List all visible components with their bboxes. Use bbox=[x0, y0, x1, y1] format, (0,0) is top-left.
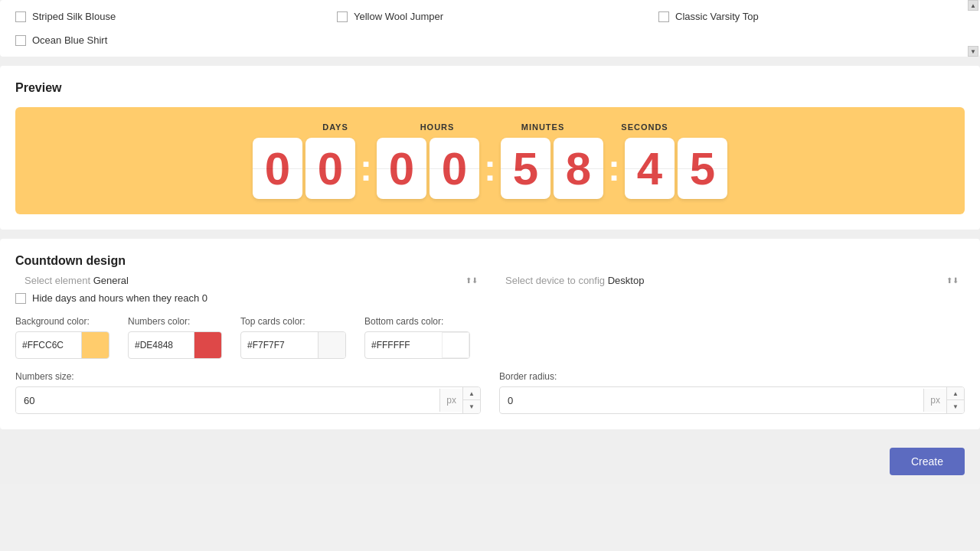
border-radius-group: px ▲ ▼ bbox=[499, 386, 965, 414]
product-label-ocean-blue-shirt: Ocean Blue Shirt bbox=[32, 34, 107, 46]
border-radius-arrows: ▲ ▼ bbox=[946, 387, 964, 413]
background-color-swatch[interactable] bbox=[81, 332, 109, 358]
preview-card: Preview DAYS HOURS MINUTES SECONDS 0 0 :… bbox=[0, 66, 980, 230]
product-item-yellow-wool-jumper: Yellow Wool Jumper bbox=[337, 8, 643, 25]
product-item-ocean-blue-shirt: Ocean Blue Shirt bbox=[15, 31, 322, 49]
digit-minutes-0: 5 bbox=[501, 138, 550, 199]
border-radius-unit: px bbox=[923, 389, 946, 412]
numbers-size-up-button[interactable]: ▲ bbox=[463, 387, 480, 400]
products-grid: Striped Silk Blouse Yellow Wool Jumper C… bbox=[15, 8, 965, 49]
border-radius-up-button[interactable]: ▲ bbox=[947, 387, 964, 400]
border-radius-field: Border radius: px ▲ ▼ bbox=[499, 371, 965, 414]
footer-bar: Create bbox=[0, 439, 980, 484]
create-button[interactable]: Create bbox=[890, 448, 965, 475]
products-card: Striped Silk Blouse Yellow Wool Jumper C… bbox=[0, 0, 980, 57]
scrollbar: ▲ ▼ bbox=[968, 0, 978, 57]
bottom-cards-color-field: Bottom cards color: bbox=[364, 316, 470, 359]
background-color-input[interactable] bbox=[16, 335, 81, 355]
scroll-down-button[interactable]: ▼ bbox=[968, 46, 978, 57]
digit-days-0: 0 bbox=[253, 138, 302, 199]
countdown-digits: 0 0 : 0 0 : 5 8 : 4 5 bbox=[253, 138, 727, 199]
bottom-cards-color-swatch[interactable] bbox=[442, 332, 469, 358]
top-cards-color-label: Top cards color: bbox=[240, 316, 346, 327]
product-label-striped-silk-blouse: Striped Silk Blouse bbox=[32, 11, 116, 22]
preview-title: Preview bbox=[15, 81, 965, 95]
numbers-color-field: Numbers color: bbox=[128, 316, 222, 359]
product-item-striped-silk-blouse: Striped Silk Blouse bbox=[15, 8, 322, 25]
numbers-size-unit: px bbox=[439, 389, 462, 412]
border-radius-label: Border radius: bbox=[499, 371, 965, 382]
numbers-color-group bbox=[128, 331, 222, 359]
numbers-size-arrows: ▲ ▼ bbox=[462, 387, 480, 413]
top-cards-color-field: Top cards color: bbox=[240, 316, 346, 359]
label-seconds: SECONDS bbox=[603, 122, 687, 132]
label-hours: HOURS bbox=[391, 122, 483, 132]
colon-minutes-seconds: : bbox=[608, 150, 620, 187]
digit-seconds-0: 4 bbox=[625, 138, 675, 199]
top-cards-color-group bbox=[240, 331, 346, 359]
design-card: Countdown design General Days Hours Minu… bbox=[0, 239, 980, 429]
colon-hours-minutes: : bbox=[484, 150, 496, 187]
digit-days-1: 0 bbox=[305, 138, 355, 199]
numbers-size-input[interactable] bbox=[16, 389, 439, 412]
digit-seconds-1: 5 bbox=[678, 138, 727, 199]
bottom-cards-color-group bbox=[364, 331, 470, 359]
numbers-color-input[interactable] bbox=[129, 335, 194, 355]
digit-minutes-1: 8 bbox=[554, 138, 603, 199]
bottom-cards-color-label: Bottom cards color: bbox=[364, 316, 470, 327]
product-label-classic-varsity-top: Classic Varsity Top bbox=[675, 11, 759, 22]
label-days: DAYS bbox=[293, 122, 377, 132]
design-title: Countdown design bbox=[15, 254, 965, 268]
numbers-size-row: Numbers size: px ▲ ▼ Border radius: px bbox=[15, 371, 965, 414]
background-color-field: Background color: bbox=[15, 316, 109, 359]
countdown-labels: DAYS HOURS MINUTES SECONDS bbox=[38, 122, 942, 132]
numbers-size-down-button[interactable]: ▼ bbox=[463, 400, 480, 413]
background-color-group bbox=[15, 331, 109, 359]
border-radius-down-button[interactable]: ▼ bbox=[947, 400, 964, 413]
colors-row: Background color: Numbers color: Top car… bbox=[15, 316, 965, 359]
colon-days-hours: : bbox=[360, 150, 372, 187]
product-checkbox-yellow-wool-jumper[interactable] bbox=[337, 11, 348, 22]
background-color-label: Background color: bbox=[15, 316, 109, 327]
product-checkbox-classic-varsity-top[interactable] bbox=[658, 11, 669, 22]
numbers-color-label: Numbers color: bbox=[128, 316, 222, 327]
product-checkbox-striped-silk-blouse[interactable] bbox=[15, 11, 26, 22]
scroll-up-button[interactable]: ▲ bbox=[968, 0, 978, 11]
numbers-size-label: Numbers size: bbox=[15, 371, 481, 382]
numbers-color-swatch[interactable] bbox=[194, 332, 221, 358]
top-cards-color-input[interactable] bbox=[241, 335, 318, 355]
border-radius-input[interactable] bbox=[500, 389, 923, 412]
product-checkbox-ocean-blue-shirt[interactable] bbox=[15, 35, 26, 46]
top-cards-color-swatch[interactable] bbox=[318, 332, 345, 358]
product-item-classic-varsity-top: Classic Varsity Top bbox=[658, 8, 965, 25]
digit-hours-1: 0 bbox=[430, 138, 479, 199]
countdown-preview: DAYS HOURS MINUTES SECONDS 0 0 : 0 0 : 5… bbox=[15, 107, 965, 214]
digit-hours-0: 0 bbox=[377, 138, 426, 199]
product-label-yellow-wool-jumper: Yellow Wool Jumper bbox=[354, 11, 443, 22]
numbers-size-group: px ▲ ▼ bbox=[15, 386, 481, 414]
label-minutes: MINUTES bbox=[497, 122, 589, 132]
numbers-size-field: Numbers size: px ▲ ▼ bbox=[15, 371, 481, 414]
bottom-cards-color-input[interactable] bbox=[365, 335, 442, 355]
